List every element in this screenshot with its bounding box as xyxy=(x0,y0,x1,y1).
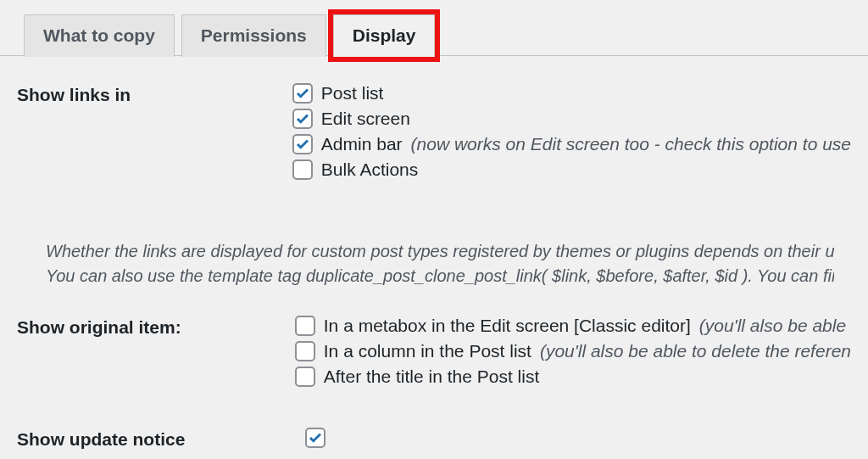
row-show-links: Show links in Post list Edit screen Admi… xyxy=(17,81,851,185)
checkbox-bulk-actions[interactable] xyxy=(292,160,313,180)
checkbox-column[interactable] xyxy=(295,341,315,361)
option-after-title: After the title in the Post list xyxy=(295,367,851,387)
check-icon xyxy=(295,111,310,126)
controls-show-original: In a metabox in the Edit screen [Classic… xyxy=(295,314,851,392)
option-metabox: In a metabox in the Edit screen [Classic… xyxy=(295,316,851,336)
desc-line-1: Whether the links are displayed for cust… xyxy=(46,239,834,264)
settings-tabs: What to copy Permissions Display xyxy=(0,0,868,56)
option-column-hint: (you'll also be able to delete the refer… xyxy=(540,341,851,361)
row-show-update-notice: Show update notice xyxy=(17,426,851,453)
option-column: In a column in the Post list (you'll als… xyxy=(295,341,851,361)
option-bulk-actions: Bulk Actions xyxy=(292,160,851,180)
label-show-update-notice: Show update notice xyxy=(17,426,305,450)
settings-panel: Show links in Post list Edit screen Admi… xyxy=(0,56,868,453)
controls-show-update-notice xyxy=(305,426,851,453)
tab-permissions[interactable]: Permissions xyxy=(181,14,326,57)
option-after-title-label: After the title in the Post list xyxy=(324,367,539,387)
checkbox-post-list[interactable] xyxy=(292,83,313,104)
option-edit-screen: Edit screen xyxy=(292,109,851,129)
option-column-label: In a column in the Post list xyxy=(324,341,531,361)
row-show-original: Show original item: In a metabox in the … xyxy=(17,314,851,392)
controls-show-links: Post list Edit screen Admin bar (now wor… xyxy=(292,81,851,185)
desc-line-2: You can also use the template tag duplic… xyxy=(46,264,834,288)
option-admin-bar: Admin bar (now works on Edit screen too … xyxy=(292,134,851,154)
checkbox-update-notice[interactable] xyxy=(305,428,326,448)
option-metabox-label: In a metabox in the Edit screen [Classic… xyxy=(324,316,691,336)
option-post-list-label: Post list xyxy=(321,83,384,104)
checkbox-admin-bar[interactable] xyxy=(292,134,313,154)
label-show-links: Show links in xyxy=(17,81,292,105)
checkbox-edit-screen[interactable] xyxy=(292,109,313,129)
checkbox-after-title[interactable] xyxy=(295,367,315,387)
option-post-list: Post list xyxy=(292,83,851,104)
option-update-notice xyxy=(305,428,851,448)
checkbox-metabox[interactable] xyxy=(295,316,315,336)
option-bulk-actions-label: Bulk Actions xyxy=(321,160,418,180)
check-icon xyxy=(295,137,310,152)
option-metabox-hint: (you'll also be able xyxy=(699,316,846,336)
tab-display[interactable]: Display xyxy=(333,14,436,57)
tab-what-to-copy[interactable]: What to copy xyxy=(24,14,175,57)
label-show-original: Show original item: xyxy=(17,314,295,338)
option-admin-bar-label: Admin bar xyxy=(321,134,403,154)
check-icon xyxy=(308,430,323,445)
description-text: Whether the links are displayed for cust… xyxy=(17,197,851,314)
check-icon xyxy=(295,86,310,101)
option-admin-bar-hint: (now works on Edit screen too - check th… xyxy=(411,134,851,154)
option-edit-screen-label: Edit screen xyxy=(321,109,410,129)
